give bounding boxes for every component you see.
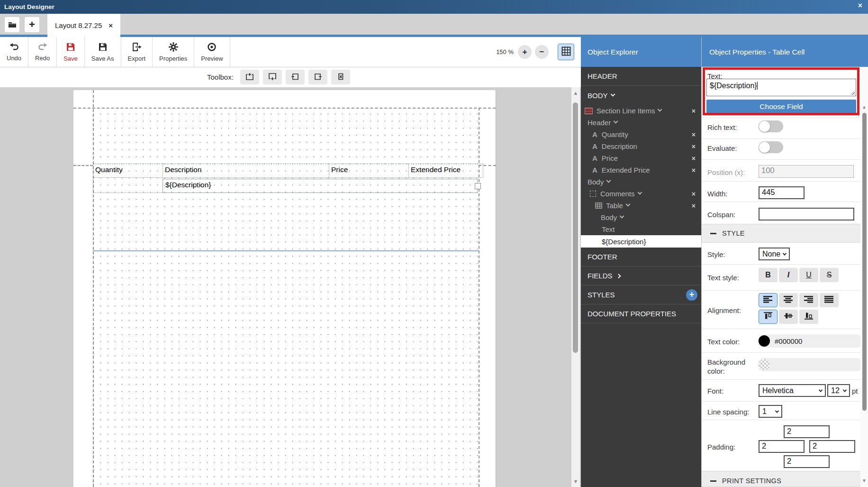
grid-toggle-button[interactable] [558, 44, 574, 60]
print-settings-section-header[interactable]: PRINT SETTINGS [702, 471, 868, 487]
table-body-row[interactable]: ${Description} [93, 179, 478, 193]
zoom-in-button[interactable]: + [518, 45, 532, 59]
table-header-cell[interactable]: Quantity [93, 164, 163, 178]
tab-layout[interactable]: Layout 8.27.25 × [47, 14, 120, 37]
background-color-picker[interactable] [758, 358, 863, 371]
zoom-out-button[interactable]: − [535, 45, 549, 59]
window-close-icon[interactable]: × [858, 1, 862, 10]
cell-resize-handle[interactable] [475, 183, 481, 189]
remove-item-icon[interactable]: × [692, 202, 696, 210]
explorer-item-table[interactable]: Table× [581, 200, 701, 211]
chevron-right-icon [616, 274, 621, 278]
rich-text-toggle[interactable] [759, 120, 783, 132]
explorer-item-comments[interactable]: Comments× [581, 188, 701, 200]
scroll-up-icon[interactable]: ▲ [860, 104, 868, 110]
new-tab-button[interactable]: + [25, 17, 39, 32]
line-spacing-select[interactable]: 1 [759, 405, 782, 418]
font-size-select[interactable]: 12 [827, 384, 850, 397]
explorer-item-document-properties[interactable]: DOCUMENT PROPERTIES [581, 304, 701, 323]
align-center-button[interactable] [779, 293, 798, 307]
save-button[interactable]: Save [57, 37, 85, 67]
colspan-input[interactable] [759, 208, 854, 221]
properties-button[interactable]: Properties [153, 37, 194, 67]
choose-field-button[interactable]: Choose Field [706, 100, 856, 114]
canvas-vertical-scrollbar[interactable]: ▲ ▼ [571, 87, 580, 487]
remove-item-icon[interactable]: × [692, 143, 696, 150]
explorer-item-header[interactable]: Header [581, 117, 701, 129]
underline-button[interactable]: U [799, 268, 818, 282]
remove-item-icon[interactable]: × [692, 190, 696, 198]
style-section-label: STYLE [722, 230, 745, 237]
style-select[interactable]: None [759, 248, 790, 260]
align-justify-button[interactable] [820, 293, 839, 307]
table-header-cell[interactable]: Description [163, 164, 329, 178]
explorer-item-fields[interactable]: FIELDS [581, 266, 701, 285]
explorer-item-body[interactable]: BODY [581, 86, 701, 105]
redo-icon [37, 43, 48, 53]
redo-button[interactable]: Redo [28, 37, 57, 67]
textarea-resize-grip[interactable] [850, 91, 855, 95]
explorer-item-body[interactable]: Body [581, 211, 701, 223]
remove-item-icon[interactable]: × [692, 107, 696, 115]
align-right-button[interactable] [799, 293, 818, 307]
explorer-item-text[interactable]: Text [581, 223, 701, 235]
explorer-item-quantity[interactable]: AQuantity× [581, 129, 701, 140]
align-left-button[interactable] [759, 293, 778, 307]
table-header-cell[interactable]: Extended Price [408, 164, 483, 178]
valign-middle-button[interactable] [779, 310, 798, 324]
remove-item-icon[interactable]: × [692, 131, 696, 138]
properties-scrollbar[interactable]: ▲ ▼ [860, 69, 868, 487]
save-as-button[interactable]: Save As [85, 37, 121, 67]
remove-item-icon[interactable]: × [692, 155, 696, 162]
valign-top-button[interactable] [759, 310, 778, 324]
table-header-cell[interactable]: Price [329, 164, 408, 178]
insert-column-left-button[interactable] [286, 70, 305, 84]
explorer-item-section-line-items[interactable]: Section Line Items× [581, 105, 701, 117]
design-canvas[interactable]: QuantityDescriptionPriceExtended Price $… [0, 87, 581, 487]
padding-right-input[interactable]: 2 [809, 440, 855, 453]
insert-column-right-button[interactable] [308, 70, 327, 84]
explorer-item-body[interactable]: Body [581, 176, 701, 188]
table-empty-cell[interactable] [93, 179, 163, 193]
explorer-item-footer[interactable]: FOOTER [581, 248, 701, 266]
export-button[interactable]: Export [121, 37, 153, 67]
open-layout-button[interactable] [5, 17, 19, 32]
explorer-item-description[interactable]: ADescription× [581, 140, 701, 152]
insert-row-below-button[interactable] [263, 70, 282, 84]
window-title: Layout Designer [4, 3, 54, 10]
bold-button[interactable]: B [759, 268, 778, 282]
width-input[interactable]: 445 [759, 186, 805, 199]
tab-close-icon[interactable]: × [108, 21, 113, 29]
style-section-header[interactable]: STYLE [702, 224, 868, 243]
explorer-item-header[interactable]: HEADER [581, 67, 701, 86]
canvas-scrollbar-thumb[interactable] [573, 102, 578, 353]
italic-button[interactable]: I [779, 268, 798, 282]
explorer-item-description[interactable]: ${Description} [581, 235, 701, 248]
scroll-up-icon[interactable]: ▲ [571, 90, 580, 96]
padding-top-input[interactable]: 2 [784, 425, 830, 438]
preview-button[interactable]: Preview [194, 37, 230, 67]
selected-table-cell[interactable]: ${Description} [163, 179, 478, 193]
undo-button[interactable]: Undo [0, 37, 28, 67]
add-style-button[interactable]: + [686, 289, 697, 301]
explorer-item-styles[interactable]: STYLES+ [581, 285, 701, 304]
padding-label: Padding: [707, 443, 735, 451]
insert-row-above-button[interactable] [240, 70, 259, 84]
strikethrough-button[interactable]: S [820, 268, 839, 282]
scroll-down-icon[interactable]: ▼ [571, 478, 580, 484]
remove-item-icon[interactable]: × [692, 166, 696, 174]
document-page[interactable]: QuantityDescriptionPriceExtended Price $… [73, 90, 496, 487]
font-select[interactable]: Helvetica [759, 384, 826, 397]
text-color-picker[interactable]: #000000 [758, 334, 863, 348]
delete-cell-button[interactable] [331, 70, 350, 84]
explorer-item-extended-price[interactable]: AExtended Price× [581, 164, 701, 176]
cell-text-input[interactable]: ${Description} [706, 79, 856, 96]
evaluate-toggle[interactable] [759, 141, 783, 153]
properties-scrollbar-thumb[interactable] [862, 113, 867, 411]
valign-bottom-button[interactable] [799, 310, 818, 324]
padding-bottom-input[interactable]: 2 [784, 455, 830, 468]
padding-left-input[interactable]: 2 [759, 440, 805, 453]
scroll-down-icon[interactable]: ▼ [860, 478, 868, 483]
table-header-row[interactable]: QuantityDescriptionPriceExtended Price [93, 164, 483, 178]
explorer-item-price[interactable]: APrice× [581, 152, 701, 164]
